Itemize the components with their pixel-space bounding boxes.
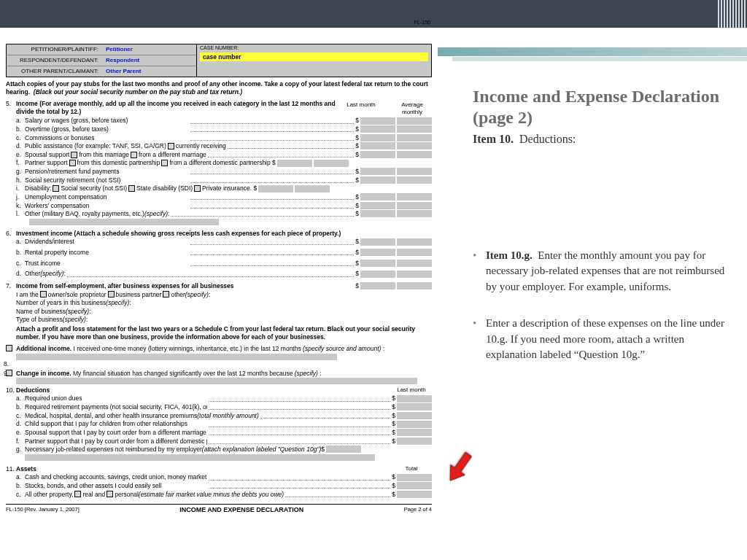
respondent-value[interactable]: Respondent (101, 55, 196, 66)
5e-cb2[interactable] (131, 152, 137, 158)
10e-label: Spousal support that I pay by court orde… (25, 429, 207, 437)
11c-cb-real[interactable] (74, 491, 81, 497)
10f-field[interactable] (395, 438, 432, 445)
7-cb-partner[interactable] (108, 291, 115, 298)
6c-avg[interactable] (395, 260, 432, 267)
5i-last[interactable] (257, 185, 293, 192)
6a-last[interactable] (359, 238, 395, 246)
5d-checkbox[interactable] (168, 143, 174, 149)
5i-cb3[interactable] (194, 185, 201, 192)
callout-arrow-icon (439, 443, 483, 487)
5d-last[interactable] (359, 142, 395, 149)
5i-avg[interactable] (293, 185, 330, 192)
8-checkbox[interactable] (6, 345, 12, 351)
item-8-head: Additional income. (16, 345, 71, 352)
11c-cb-personal[interactable] (107, 491, 113, 497)
5i-cb1[interactable] (53, 185, 59, 192)
5a-last[interactable] (359, 117, 395, 125)
footer-title: INCOME AND EXPENSE DECLARATION (179, 506, 303, 514)
5f-avg[interactable] (312, 160, 349, 167)
5j-avg[interactable] (395, 193, 432, 201)
6a-avg[interactable] (395, 238, 432, 246)
col-avg-monthly: Average monthly (395, 101, 429, 116)
11a-field[interactable] (395, 474, 432, 481)
8-specify-field[interactable] (16, 354, 337, 360)
5l-label: Other (military BAQ, royalty payments, e… (25, 210, 144, 218)
5e-last[interactable] (359, 151, 395, 158)
col-last-month-10: Last month (391, 386, 432, 394)
7-name-label: Name of business (16, 308, 66, 316)
item-7-head: Income from self-employment, after busin… (16, 282, 355, 290)
6b-avg[interactable] (395, 249, 432, 256)
5i-cb2[interactable] (128, 185, 135, 192)
respondent-label: RESPONDENT/DEFENDANT: (7, 55, 101, 66)
5h-last[interactable] (359, 176, 395, 184)
10g-field[interactable] (325, 446, 361, 453)
7-years-label: Number of years in this business (16, 299, 106, 307)
5l-specify-field[interactable] (29, 219, 219, 225)
bullet-10g: Item 10.g. Enter the monthly amount you … (473, 248, 729, 295)
5d-avg[interactable] (395, 142, 432, 149)
11b-field[interactable] (395, 482, 432, 489)
10a-field[interactable] (395, 395, 432, 402)
item-6-number: 6. (6, 230, 16, 278)
5g-avg[interactable] (395, 168, 432, 175)
6a-label: Dividends/interest (25, 238, 189, 246)
7-avg[interactable] (395, 282, 432, 289)
petitioner-value[interactable]: Petitioner (101, 44, 196, 55)
5g-last[interactable] (359, 168, 395, 175)
6d-avg[interactable] (395, 271, 432, 278)
6d-last[interactable] (359, 271, 395, 278)
5c-avg[interactable] (395, 134, 432, 141)
10e-field[interactable] (395, 429, 432, 436)
6b-last[interactable] (359, 249, 395, 256)
5f-cb2[interactable] (161, 160, 168, 166)
5a-avg[interactable] (395, 117, 432, 125)
10a-label: Required union dues (25, 394, 207, 402)
10c-field[interactable] (395, 412, 432, 419)
5k-label: Workers' compensation (25, 202, 189, 210)
10b-label: Required retirement payments (not social… (25, 403, 207, 411)
11a-label: Cash and checking accounts, savings, cre… (25, 473, 207, 481)
5g-label: Pension/retirement fund payments (25, 168, 189, 176)
7-cb-owner[interactable] (40, 291, 47, 298)
item-5-head: Income (16, 100, 38, 107)
5c-last[interactable] (359, 134, 395, 141)
5k-avg[interactable] (395, 202, 432, 209)
5l-last[interactable] (359, 210, 395, 217)
5k-last[interactable] (359, 202, 395, 209)
slide-sidebar: Income and Expense Declaration (page 2) … (438, 28, 747, 521)
case-number-field[interactable]: case number (200, 52, 428, 62)
5b-avg[interactable] (395, 125, 432, 133)
item-11-head: Assets (16, 465, 391, 473)
5f-label: Partner support (25, 159, 68, 167)
9-specify-field[interactable] (16, 378, 417, 384)
10d-field[interactable] (395, 421, 432, 428)
form-FL-150: FL-150 PETITIONER/PLAINTIFF:Petitioner R… (0, 28, 438, 521)
7-last[interactable] (359, 282, 395, 289)
5f-last[interactable] (276, 160, 312, 167)
6c-last[interactable] (359, 260, 395, 267)
10c-label: Medical, hospital, dental, and other hea… (25, 412, 197, 420)
5l-avg[interactable] (395, 210, 432, 217)
10g-specify-field[interactable] (25, 454, 375, 461)
10b-field[interactable] (395, 403, 432, 411)
item-7-number: 7. (6, 282, 16, 341)
item-7-attach: Attach a profit and loss statement for t… (16, 325, 432, 341)
attach-instruction: Attach copies of your pay stubs for the … (6, 80, 432, 96)
5f-cb1[interactable] (69, 160, 76, 166)
caption-box: PETITIONER/PLAINTIFF:Petitioner RESPONDE… (6, 44, 432, 77)
item-10-number: 10. (6, 386, 16, 461)
item-10-head: Deductions (16, 386, 391, 394)
5e-cb1[interactable] (71, 152, 77, 158)
other-parent-value[interactable]: Other Parent (101, 66, 196, 77)
7-type-label: Type of business (16, 316, 63, 324)
5e-avg[interactable] (395, 151, 432, 158)
7-cb-other[interactable] (163, 291, 169, 298)
11c-field[interactable] (395, 491, 432, 498)
5h-avg[interactable] (395, 176, 432, 184)
item-6-head: Investment income (16, 230, 72, 237)
bullet-description: Enter a description of these expenses on… (473, 316, 729, 363)
5b-last[interactable] (359, 125, 395, 133)
5j-last[interactable] (359, 193, 395, 201)
